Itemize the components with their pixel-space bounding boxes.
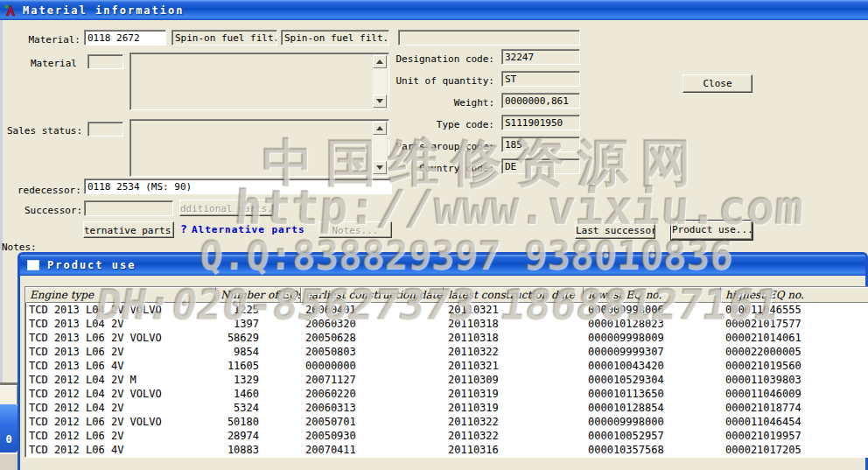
table-cell: 58629 [216,331,301,345]
table-row[interactable]: TCD 2012 L04 2V5324200603132011031900001… [25,401,868,415]
material-texts-area[interactable] [130,53,389,110]
sales-status-label: Sales status: [7,125,82,137]
taskbar-button[interactable]: 0 [0,404,18,452]
table-cell: TCD 2013 L04 2V VOLVO [25,303,216,317]
table-cell: 000011046009 [721,387,868,401]
table-cell: 20060320 [301,317,444,331]
table-cell: 000009998000 [584,415,721,429]
readonly-field[interactable]: ST [501,71,580,87]
table-cell: 1225 [216,303,301,317]
sales-status-code-field[interactable] [88,122,123,137]
readonly-field[interactable]: 185 [501,137,580,152]
table-cell: TCD 2012 L04 2V [25,401,216,415]
table-cell: 000010052957 [584,429,721,443]
sales-status-area[interactable] [130,119,389,177]
table-header-row: Engine typeNumber of EQsearliest constru… [25,287,868,303]
table-cell: 50180 [216,415,301,429]
table-body: TCD 2013 L04 2V VOLVO1225200604012011032… [25,303,868,457]
table-row[interactable]: TCD 2012 L06 2V VOLVO5018020050701201103… [25,415,868,429]
table-cell: 000021018774 [721,401,868,415]
additional-parts-button[interactable]: dditional parts... [179,200,274,216]
table-cell: 000021017205 [721,443,868,457]
table-cell: 20050930 [301,429,444,443]
help-question-icon[interactable]: ? [180,222,187,235]
table-cell: 00000000 [301,359,444,373]
main-window-titlebar: Material information [0,0,868,20]
material-texts-scrollbar[interactable] [373,55,387,108]
column-header[interactable]: Number of EQs [216,287,301,303]
triangle-up-icon [376,126,383,130]
table-row[interactable]: TCD 2012 L06 4V1088320070411201103160000… [25,443,868,457]
triangle-up-icon [376,60,383,64]
column-header[interactable]: Engine type [25,287,216,303]
product-use-table: Engine typeNumber of EQsearliest constru… [24,286,868,458]
readonly-field[interactable]: S111901950 [501,115,580,130]
material-extra-field[interactable] [398,30,580,46]
scroll-down-button[interactable] [373,161,387,174]
table-cell: TCD 2012 L06 2V [25,429,216,443]
table-cell: 20060401 [301,303,444,317]
table-row[interactable]: TCD 2013 L04 2V1397200603202011031800001… [25,317,868,331]
table-cell: 20060313 [301,401,444,415]
table-cell: 000010128023 [584,317,721,331]
table-row[interactable]: TCD 2013 L06 4V1160500000000201103210000… [25,359,868,373]
material-number-field[interactable]: 0118 2672 [84,30,166,46]
table-cell: TCD 2013 L06 2V VOLVO [25,331,216,345]
sales-status-scrollbar[interactable] [373,122,387,174]
readonly-field[interactable]: 32247 [501,49,580,65]
predecessor-field[interactable]: 0118 2534 (MS: 90) [84,179,392,194]
material-texts-label: Material [31,58,77,69]
table-row[interactable]: TCD 2013 L06 2V9854200508032011032200000… [25,345,868,359]
successor-field[interactable] [84,200,173,216]
table-cell: 9854 [216,345,301,359]
readonly-field[interactable]: 0000000,861 [501,93,580,109]
column-header[interactable]: latest construction date [444,287,584,303]
table-row[interactable]: TCD 2013 L04 2V VOLVO1225200604012011032… [25,303,868,317]
table-cell: 000010113650 [584,387,721,401]
last-successor-button[interactable]: Last successor [575,221,655,239]
table-row[interactable]: TCD 2012 L04 2V VOLVO1460200602202011031… [25,387,868,401]
product-use-title: Product use [47,259,136,271]
table-cell: 000010128854 [584,401,721,415]
table-cell: 28974 [216,429,301,443]
table-cell: 10883 [216,443,301,457]
column-header[interactable]: earliest construction date [301,287,444,303]
right-field-row: Type code:S111901950 [398,114,599,136]
table-cell: 5324 [216,401,301,415]
table-cell: 20110322 [444,415,584,429]
table-cell: TCD 2013 L06 2V [25,345,216,359]
table-cell: 20110319 [444,387,584,401]
table-cell: 11605 [216,359,301,373]
table-cell: 20110321 [444,359,584,373]
scroll-down-button[interactable] [373,95,387,108]
table-cell: 20071127 [301,373,444,387]
app-logo-icon[interactable] [4,4,18,18]
table-row[interactable]: TCD 2012 L06 2V2897420050930201103220000… [25,429,868,443]
column-header[interactable]: highest EQ no. [721,287,868,303]
table-cell: TCD 2013 L04 2V [25,317,216,331]
scroll-up-button[interactable] [373,55,387,68]
scroll-up-button[interactable] [373,122,387,135]
readonly-field[interactable]: DE [501,158,580,174]
table-cell: 20110318 [444,331,584,345]
field-label: Parts group code: [396,141,494,152]
column-header[interactable]: lowest EQ no. [584,287,721,303]
right-field-row: Country code:DE [398,158,599,179]
table-row[interactable]: TCD 2012 L04 2V M13292007112720110309000… [25,373,868,387]
product-use-window: Product use Engine typeNumber of EQsearl… [18,252,868,470]
notes-button[interactable]: Notes... [318,221,392,238]
material-texts-code-field[interactable] [88,54,123,69]
alternative-parts-link[interactable]: Alternative parts [192,224,305,235]
alternative-parts-button[interactable]: ternative parts. [83,221,174,238]
predecessor-label: redecessor: [18,185,80,196]
table-cell: 000021019560 [721,359,868,373]
table-cell: 000009998009 [584,331,721,345]
material-description-field-2[interactable]: Spin-on fuel filt. [281,30,389,46]
product-use-button[interactable]: Product use... [671,221,752,240]
table-row[interactable]: TCD 2013 L06 2V VOLVO5862920050628201103… [25,331,868,345]
close-button[interactable]: Close [682,74,752,93]
material-description-field-1[interactable]: Spin-on fuel filt. [172,30,277,46]
product-use-window-icon[interactable] [27,260,39,270]
table-cell: 20050628 [301,331,444,345]
table-cell: TCD 2012 L06 4V [25,443,216,457]
